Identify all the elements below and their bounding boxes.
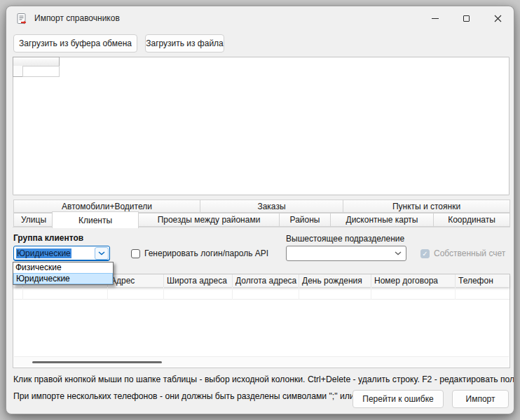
hint-line-2: При импорте нескольких телефонов - они д… <box>13 391 365 401</box>
checkbox-unchecked-icon <box>131 249 140 258</box>
grid-corner-cell[interactable] <box>13 57 23 66</box>
tab-koordinaty[interactable]: Координаты <box>433 213 510 227</box>
parent-division-label: Вышестоящее подразделение <box>286 234 404 244</box>
minimize-icon <box>432 18 439 19</box>
cell <box>108 287 164 300</box>
client-group-combobox[interactable]: Юридические <box>13 246 110 261</box>
clients-table[interactable]: Адрес Широта адреса Долгота адреса День … <box>13 274 510 368</box>
hint-line-1: Клик правой кнопкой мыши по шапке таблиц… <box>13 374 514 384</box>
cell <box>13 287 23 300</box>
chevron-down-icon <box>395 251 402 255</box>
checkbox-checked-disabled-icon: ✓ <box>420 249 430 258</box>
window-title: Импорт справочников <box>34 13 120 23</box>
own-account-label: Собственный счет <box>434 248 505 258</box>
maximize-icon <box>463 15 470 22</box>
titlebar[interactable]: Импорт справочников <box>6 6 514 31</box>
tab-ulitsy[interactable]: Улицы <box>13 213 54 227</box>
minimize-button[interactable] <box>419 6 451 30</box>
tab-klienty-active[interactable]: Клиенты <box>52 211 139 228</box>
tab-proezdy-mezhdu-rayonami[interactable]: Проезды между районами <box>138 213 280 227</box>
grid-column-header-cell[interactable] <box>22 57 60 66</box>
cell <box>164 287 233 300</box>
horizontal-scrollbar[interactable] <box>14 356 509 367</box>
table-empty-row[interactable] <box>13 287 509 300</box>
droplist-item-fizicheskie[interactable]: Физические <box>13 262 113 273</box>
client-group-label: Группа клиентов <box>13 233 83 243</box>
droplist-item-yuridicheskie[interactable]: Юридические <box>13 273 113 284</box>
cell <box>23 287 108 300</box>
chevron-down-icon <box>98 251 105 255</box>
generate-api-login-checkbox[interactable]: Генерировать логин/пароль API <box>131 248 268 258</box>
goto-error-button[interactable]: Перейти к ошибке <box>353 390 444 408</box>
grid-empty-cell[interactable] <box>22 66 60 77</box>
tab-zakazy[interactable]: Заказы <box>200 200 343 213</box>
load-from-clipboard-button[interactable]: Загрузить из буфера обмена <box>13 34 137 52</box>
import-dictionaries-window: Импорт справочников Загрузить из буфера … <box>6 6 514 414</box>
col-den-rozhdeniya[interactable]: День рождения <box>299 274 371 287</box>
client-group-value: Юридические <box>14 248 95 258</box>
import-button[interactable]: Импорт <box>452 390 509 408</box>
col-nomer-dogovora[interactable]: Номер договора <box>371 274 456 287</box>
tab-punkty-i-stoyanki[interactable]: Пункты и стоянки <box>343 200 510 213</box>
cell <box>299 287 371 300</box>
cell <box>233 287 299 300</box>
parent-division-dropdown-button[interactable] <box>391 247 405 260</box>
col-shirota-adresa[interactable]: Широта адреса <box>164 274 233 287</box>
scrollbar-thumb[interactable] <box>32 361 162 363</box>
close-button[interactable] <box>482 6 514 30</box>
client-group-dropdown-button[interactable] <box>95 247 109 260</box>
own-account-checkbox: ✓ Собственный счет <box>420 248 505 258</box>
tab-diskontnye-karty[interactable]: Дисконтные карты <box>330 213 434 227</box>
client-group-droplist[interactable]: Физические Юридические <box>13 262 114 285</box>
document-export-icon <box>15 13 28 25</box>
close-icon <box>494 15 502 22</box>
col-dolgota-adresa[interactable]: Долгота адреса <box>233 274 299 287</box>
load-from-file-button[interactable]: Загрузить из файла <box>145 34 224 52</box>
col-adres[interactable]: Адрес <box>108 274 164 287</box>
tab-rayony[interactable]: Районы <box>279 213 331 227</box>
cell <box>371 287 456 300</box>
maximize-button[interactable] <box>451 6 482 30</box>
parent-division-combobox[interactable] <box>286 246 406 261</box>
generate-api-login-label: Генерировать логин/пароль API <box>144 248 268 258</box>
col-telefon[interactable]: Телефон <box>456 274 510 287</box>
grid-row-header-cell[interactable] <box>13 66 23 77</box>
import-preview-grid[interactable] <box>13 57 509 195</box>
